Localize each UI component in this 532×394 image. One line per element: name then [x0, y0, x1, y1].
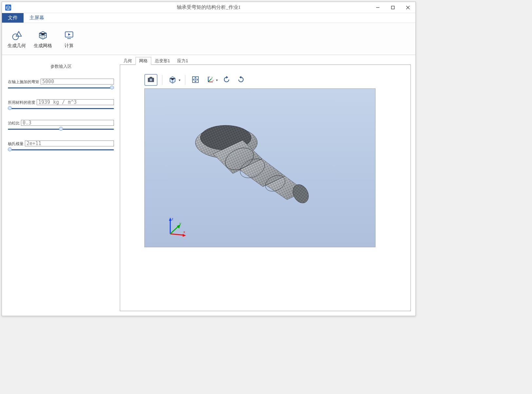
svg-marker-19	[226, 76, 228, 79]
generate-mesh-button[interactable]: 生成网格	[31, 24, 54, 53]
param-label: 在轴上施加的弯矩	[8, 79, 39, 85]
view-tab-几何[interactable]: 几何	[120, 57, 136, 65]
app-logo-icon	[5, 4, 12, 11]
axes-icon: z x y	[206, 75, 214, 85]
svg-marker-20	[239, 76, 241, 79]
axes-view-button[interactable]: z x y	[204, 74, 215, 85]
view-tab-应力1[interactable]: 应力1	[174, 57, 192, 65]
rotate-cw-icon	[237, 75, 245, 85]
svg-rect-2	[392, 6, 394, 9]
maximize-button[interactable]	[385, 2, 400, 13]
fit-view-icon	[191, 75, 200, 85]
param-row: 在轴上施加的弯矩	[8, 79, 114, 89]
view-cube-icon	[168, 75, 177, 85]
close-button[interactable]	[400, 2, 415, 13]
svg-text:y: y	[211, 76, 213, 79]
svg-line-42	[170, 226, 179, 234]
svg-marker-6	[16, 31, 21, 36]
svg-marker-9	[68, 33, 70, 35]
param-input[interactable]	[25, 141, 114, 146]
generate-geometry-label: 生成几何	[8, 43, 26, 49]
view-tab-网格[interactable]: 网格	[136, 57, 151, 65]
param-label: 所用材料的密度	[8, 100, 35, 105]
generate-mesh-label: 生成网格	[34, 43, 52, 49]
viewport-3d[interactable]: z x y	[144, 88, 376, 247]
camera-icon	[147, 76, 155, 84]
svg-marker-40	[183, 234, 186, 237]
toolbar-separator	[162, 75, 162, 85]
viewport-toolbar: ▾	[144, 74, 247, 86]
param-input[interactable]	[41, 79, 114, 84]
param-input[interactable]	[21, 120, 114, 126]
menu-tab-file[interactable]: 文件	[2, 13, 24, 23]
parameters-title: 参数输入区	[8, 64, 114, 69]
compute-button[interactable]: 计算	[58, 24, 81, 53]
param-row: 杨氏模量	[8, 141, 114, 151]
content-area: 参数输入区 在轴上施加的弯矩 所用材料的密度 泊松比 杨氏模量	[2, 55, 415, 316]
ribbon-group-main: 生成几何 生成网格 计	[2, 24, 84, 53]
svg-line-39	[170, 234, 184, 235]
svg-text:z: z	[209, 76, 210, 78]
parameters-list: 在轴上施加的弯矩 所用材料的密度 泊松比 杨氏模量	[8, 79, 114, 151]
window-title: 轴承受弯矩的结构分析_作业1	[2, 4, 415, 10]
svg-text:z: z	[172, 217, 174, 221]
param-label: 泊松比	[8, 121, 20, 126]
svg-text:y: y	[179, 221, 181, 225]
orientation-triad: z x y	[164, 216, 187, 239]
geometry-icon	[11, 29, 23, 41]
param-slider[interactable]	[8, 148, 114, 151]
view-tabs: 几何网格总变形1应力1	[120, 58, 411, 65]
chevron-down-icon[interactable]: ▾	[179, 78, 180, 82]
mesh-icon	[37, 29, 49, 41]
titlebar: 轴承受弯矩的结构分析_作业1	[2, 2, 415, 13]
minimize-button[interactable]	[370, 2, 385, 13]
compute-icon	[63, 29, 75, 41]
view-cube-button[interactable]	[167, 74, 178, 85]
compute-label: 计算	[64, 43, 74, 49]
param-slider[interactable]	[8, 127, 114, 131]
ribbon: 生成几何 生成网格 计	[2, 23, 415, 55]
svg-point-11	[150, 79, 152, 81]
param-input[interactable]	[37, 99, 114, 105]
main-area: 几何网格总变形1应力1	[120, 55, 415, 316]
chevron-down-icon[interactable]: ▾	[216, 78, 218, 82]
window-controls	[370, 2, 415, 13]
param-slider[interactable]	[8, 107, 114, 110]
param-slider[interactable]	[8, 86, 114, 89]
toolbar-separator	[185, 75, 185, 85]
svg-line-17	[208, 79, 211, 82]
view-tab-总变形1[interactable]: 总变形1	[151, 57, 174, 65]
app-window: 轴承受弯矩的结构分析_作业1 文件 主屏幕	[2, 2, 416, 316]
svg-point-5	[12, 34, 18, 40]
menu-tab-main[interactable]: 主屏幕	[24, 13, 50, 23]
param-row: 所用材料的密度	[8, 99, 114, 110]
parameters-panel: 参数输入区 在轴上施加的弯矩 所用材料的密度 泊松比 杨氏模量	[2, 55, 120, 316]
rotate-ccw-icon	[222, 75, 231, 85]
rotate-cw-button[interactable]	[235, 74, 247, 85]
svg-text:x: x	[183, 230, 185, 234]
viewport-frame: ▾	[120, 65, 411, 311]
param-label: 杨氏模量	[8, 141, 24, 147]
param-row: 泊松比	[8, 120, 114, 131]
generate-geometry-button[interactable]: 生成几何	[5, 24, 28, 53]
svg-marker-37	[169, 217, 172, 221]
svg-text:x: x	[212, 79, 214, 82]
menu-tabs: 文件 主屏幕	[2, 13, 415, 23]
fit-view-button[interactable]	[190, 74, 201, 85]
screenshot-button[interactable]	[144, 74, 157, 86]
rotate-ccw-button[interactable]	[221, 74, 232, 85]
